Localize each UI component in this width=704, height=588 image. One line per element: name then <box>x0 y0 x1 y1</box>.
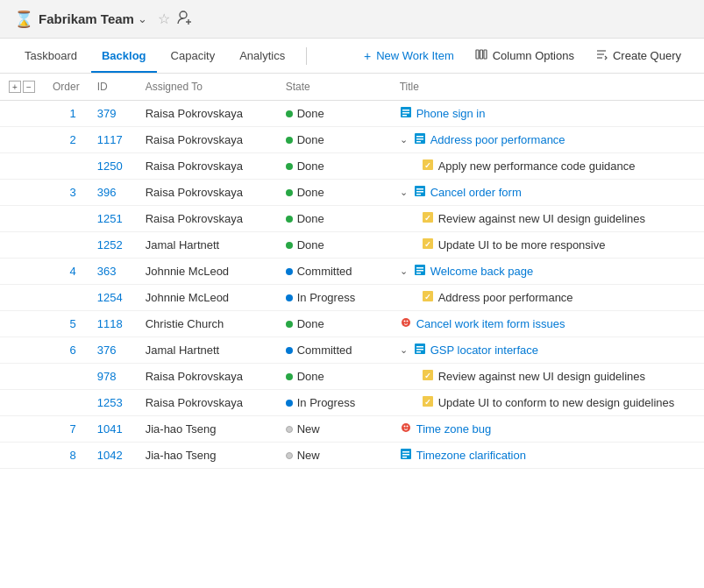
title-text[interactable]: Cancel order form <box>430 186 522 199</box>
title-text[interactable]: Update UI to conform to new design guide… <box>438 396 675 409</box>
th-toggle-col[interactable]: + − <box>0 74 44 101</box>
row-title: Phone sign in <box>391 101 704 127</box>
svg-rect-29 <box>416 270 423 272</box>
table-row: 1379Raisa PokrovskayaDonePhone sign in <box>0 101 704 127</box>
collapse-all-icon[interactable]: − <box>23 81 35 93</box>
row-assigned: Jamal Hartnett <box>137 337 277 364</box>
expand-arrow[interactable]: ⌄ <box>400 266 408 277</box>
title-text[interactable]: Review against new UI design guidelines <box>438 212 645 225</box>
table-row: 3396Raisa PokrovskayaDone⌄Cancel order f… <box>0 180 704 206</box>
row-id[interactable]: 376 <box>89 337 137 364</box>
svg-rect-21 <box>416 191 423 193</box>
table-row: 1254Johnnie McLeodIn Progress✓Address po… <box>0 285 704 311</box>
title-text[interactable]: Welcome back page <box>430 265 534 278</box>
table-row: 1250Raisa PokrovskayaDone✓Apply new perf… <box>0 153 704 180</box>
nav-taskboard[interactable]: Taskboard <box>14 39 88 73</box>
row-id[interactable]: 1042 <box>89 443 137 469</box>
row-assigned: Jia-hao Tseng <box>137 443 277 469</box>
row-order: 4 <box>44 259 89 285</box>
svg-rect-16 <box>416 141 421 143</box>
story-icon <box>414 264 426 279</box>
team-icon: ⌛ <box>14 10 33 29</box>
title-text[interactable]: Cancel work item form issues <box>416 317 565 330</box>
svg-rect-15 <box>416 138 423 140</box>
row-title: Cancel work item form issues <box>391 311 704 337</box>
star-icon[interactable]: ☆ <box>158 11 170 27</box>
title-text[interactable]: Apply new performance code guidance <box>438 159 636 173</box>
svg-point-45 <box>403 426 405 428</box>
task-icon: ✓ <box>422 237 434 252</box>
task-icon: ✓ <box>422 159 434 174</box>
row-id[interactable]: 1117 <box>89 127 137 153</box>
expand-arrow[interactable]: ⌄ <box>400 187 408 198</box>
row-id[interactable]: 1253 <box>89 390 137 416</box>
svg-rect-12 <box>402 115 407 117</box>
task-icon: ✓ <box>422 290 434 305</box>
table-row: 1252Jamal HartnettDone✓Update UI to be m… <box>0 232 704 259</box>
new-work-item-button[interactable]: + + New Work Item New Work Item <box>355 45 463 67</box>
row-state: Done <box>277 232 391 259</box>
svg-point-46 <box>406 426 408 428</box>
row-id[interactable]: 1252 <box>89 232 137 259</box>
row-state: In Progress <box>277 390 391 416</box>
title-text[interactable]: Address poor performance <box>438 291 573 304</box>
nav-analytics[interactable]: Analytics <box>229 39 295 73</box>
title-text[interactable]: Address poor performance <box>430 133 565 146</box>
table-row: 51118Christie ChurchDoneCancel work item… <box>0 311 704 337</box>
row-id[interactable]: 379 <box>89 101 137 127</box>
column-options-button[interactable]: Column Options <box>466 44 583 67</box>
add-member-icon[interactable] <box>177 10 193 29</box>
row-assigned: Raisa Pokrovskaya <box>137 101 277 127</box>
row-id[interactable]: 1250 <box>89 153 137 180</box>
row-assigned: Raisa Pokrovskaya <box>137 153 277 180</box>
state-dot <box>286 137 293 144</box>
row-id[interactable]: 978 <box>89 364 137 390</box>
row-state: Done <box>277 180 391 206</box>
row-toggle-cell <box>0 390 44 416</box>
nav-capacity[interactable]: Capacity <box>160 39 226 73</box>
row-id[interactable]: 1118 <box>89 311 137 337</box>
svg-text:✓: ✓ <box>424 240 431 249</box>
row-order: 5 <box>44 311 89 337</box>
svg-text:✓: ✓ <box>424 398 431 407</box>
table-container: + − Order ID Assigned To State Title 137… <box>0 74 704 469</box>
title-text[interactable]: GSP locator interface <box>430 344 538 357</box>
story-icon <box>414 185 426 200</box>
svg-rect-39 <box>416 351 421 353</box>
svg-point-35 <box>406 321 408 322</box>
row-assigned: Johnnie McLeod <box>137 259 277 285</box>
state-dot <box>286 216 293 223</box>
bug-icon <box>400 422 412 436</box>
row-assigned: Christie Church <box>137 311 277 337</box>
row-assigned: Raisa Pokrovskaya <box>137 364 277 390</box>
row-id[interactable]: 1254 <box>89 285 137 311</box>
create-query-button[interactable]: Create Query <box>587 44 690 67</box>
title-text[interactable]: Phone sign in <box>416 107 486 120</box>
story-icon <box>400 448 412 463</box>
story-icon <box>414 343 426 358</box>
state-dot <box>286 163 293 170</box>
table-row: 978Raisa PokrovskayaDone✓Review against … <box>0 364 704 390</box>
row-id[interactable]: 1251 <box>89 206 137 232</box>
row-order: 6 <box>44 337 89 364</box>
title-text[interactable]: Time zone bug <box>416 422 492 436</box>
row-assigned: Raisa Pokrovskaya <box>137 127 277 153</box>
column-options-icon <box>475 48 487 63</box>
story-icon <box>414 132 426 147</box>
expand-arrow[interactable]: ⌄ <box>400 344 408 356</box>
row-id[interactable]: 363 <box>89 259 137 285</box>
nav-backlog[interactable]: Backlog <box>91 39 157 73</box>
table-row: 1253Raisa PokrovskayaIn Progress✓Update … <box>0 390 704 416</box>
title-text[interactable]: Update UI to be more responsive <box>438 238 606 251</box>
svg-text:✓: ✓ <box>424 214 431 223</box>
row-id[interactable]: 396 <box>89 180 137 206</box>
title-text[interactable]: Timezone clarification <box>416 449 526 462</box>
team-chevron[interactable]: ⌄ <box>138 12 147 25</box>
row-title: ✓Review against new UI design guidelines <box>391 364 704 390</box>
task-icon: ✓ <box>422 369 434 384</box>
row-id[interactable]: 1041 <box>89 416 137 443</box>
title-text[interactable]: Review against new UI design guidelines <box>438 370 645 383</box>
expand-all-icon[interactable]: + <box>9 81 21 93</box>
expand-arrow[interactable]: ⌄ <box>400 134 408 145</box>
row-state: Committed <box>277 259 391 285</box>
